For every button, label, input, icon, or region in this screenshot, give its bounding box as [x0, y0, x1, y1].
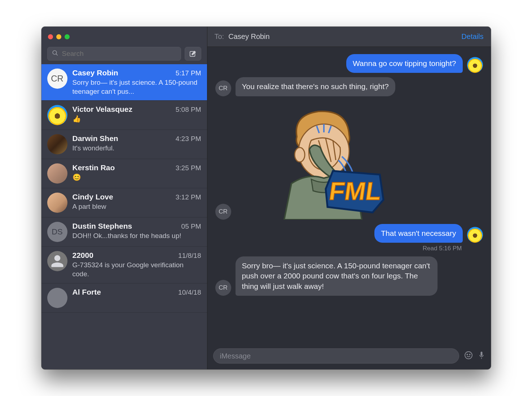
message-bubble[interactable]: That wasn't necessary: [374, 224, 462, 243]
sender-avatar: CR: [215, 204, 231, 220]
sender-avatar: [467, 227, 483, 243]
svg-point-4: [295, 148, 305, 162]
conversation-item[interactable]: Al Forte 10/4/18: [41, 283, 207, 313]
titlebar: [41, 27, 207, 47]
search-row: [41, 47, 207, 64]
conversation-name: Al Forte: [72, 288, 101, 296]
conversation-preview: Sorry bro— it's just science. A 150-poun…: [72, 78, 201, 96]
conversation-time: 11/8/18: [178, 252, 201, 260]
conversation-time: 05 PM: [181, 223, 201, 230]
sender-avatar: CR: [215, 80, 231, 96]
message-input-bar: [207, 345, 491, 369]
conversation-name: 22000: [72, 251, 93, 260]
compose-button[interactable]: [185, 47, 201, 61]
avatar: [47, 288, 67, 308]
fullscreen-window-button[interactable]: [65, 34, 70, 39]
messages-window: CR Casey Robin 5:17 PM Sorry bro— it's j…: [41, 27, 491, 369]
conversation-preview: 👍: [72, 115, 201, 124]
message-bubble[interactable]: Sorry bro— it's just science. A 150-poun…: [236, 256, 438, 296]
microphone-icon[interactable]: [478, 351, 485, 361]
sidebar: CR Casey Robin 5:17 PM Sorry bro— it's j…: [41, 27, 207, 369]
conversation-item[interactable]: DS Dustin Stephens 05 PM DOH!! Ok...than…: [41, 217, 207, 247]
message-row-outgoing: That wasn't necessary: [215, 224, 483, 243]
svg-point-12: [465, 352, 472, 359]
conversation-time: 3:12 PM: [176, 193, 201, 201]
avatar: [47, 251, 67, 271]
minimize-window-button[interactable]: [56, 34, 61, 39]
window-controls: [48, 34, 70, 39]
conversation-name: Dustin Stephens: [72, 222, 132, 230]
sender-avatar: CR: [215, 280, 231, 296]
message-input[interactable]: [213, 348, 459, 364]
conversation-text: Al Forte 10/4/18: [72, 288, 201, 308]
avatar: CR: [47, 69, 67, 89]
conversation-preview: G-735324 is your Google verification cod…: [72, 261, 201, 278]
conversation-item[interactable]: 22000 11/8/18 G-735324 is your Google ve…: [41, 247, 207, 283]
conversation-text: Dustin Stephens 05 PM DOH!! Ok...thanks …: [72, 222, 201, 242]
conversation-time: 3:25 PM: [176, 164, 201, 172]
to-label: To:: [215, 32, 224, 41]
svg-point-14: [469, 354, 470, 355]
conversation-item[interactable]: Victor Velasquez 5:08 PM 👍: [41, 101, 207, 130]
conversation-text: Darwin Shen 4:23 PM It's wonderful.: [72, 134, 201, 154]
avatar: [47, 134, 67, 154]
conversation-item[interactable]: Cindy Love 3:12 PM A part blew: [41, 188, 207, 217]
conversation-time: 4:23 PM: [176, 135, 201, 143]
conversation-item[interactable]: Kerstin Rao 3:25 PM 😊: [41, 159, 207, 188]
conversation-text: Victor Velasquez 5:08 PM 👍: [72, 105, 201, 125]
conversation-name: Casey Robin: [72, 69, 118, 77]
conversation-preview: 😊: [72, 173, 201, 182]
svg-text:FML: FML: [327, 177, 383, 205]
conversation-name: Kerstin Rao: [72, 163, 115, 172]
conversation-list[interactable]: CR Casey Robin 5:17 PM Sorry bro— it's j…: [41, 64, 207, 369]
avatar: [47, 193, 67, 213]
svg-line-1: [56, 54, 57, 55]
message-bubble[interactable]: You realize that there's no such thing, …: [236, 77, 395, 96]
sender-avatar: [467, 57, 483, 73]
conversation-text: Cindy Love 3:12 PM A part blew: [72, 193, 201, 213]
message-bubble[interactable]: Wanna go cow tipping tonight?: [346, 54, 462, 73]
conversation-time: 5:17 PM: [176, 69, 201, 77]
message-row-outgoing: Wanna go cow tipping tonight?: [215, 54, 483, 73]
read-receipt: Read 5:16 PM: [215, 245, 483, 252]
conversation-item[interactable]: Darwin Shen 4:23 PM It's wonderful.: [41, 130, 207, 159]
conversation-preview: A part blew: [72, 202, 201, 211]
svg-point-0: [53, 50, 57, 54]
avatar: [47, 163, 67, 184]
emoji-icon[interactable]: [464, 351, 473, 361]
chat-main: To: Casey Robin Details Wanna go cow tip…: [207, 27, 491, 369]
sticker-fml[interactable]: FML: [257, 101, 387, 220]
message-row-incoming: CR You realize that there's no such thin…: [215, 77, 483, 96]
conversation-time: 10/4/18: [178, 289, 201, 296]
avatar: DS: [47, 222, 67, 242]
conversation-name: Cindy Love: [72, 193, 113, 201]
close-window-button[interactable]: [48, 34, 53, 39]
message-list[interactable]: Wanna go cow tipping tonight? CR You rea…: [207, 47, 491, 345]
svg-point-13: [467, 354, 467, 355]
chat-header: To: Casey Robin Details: [207, 27, 491, 47]
message-row-incoming: CR Sorry bro— it's just science. A 150-p…: [215, 256, 483, 296]
search-input[interactable]: [62, 50, 176, 58]
search-icon: [52, 50, 58, 58]
details-button[interactable]: Details: [461, 32, 483, 41]
message-row-sticker: CR: [215, 101, 483, 220]
conversation-preview: It's wonderful.: [72, 144, 201, 153]
conversation-text: 22000 11/8/18 G-735324 is your Google ve…: [72, 251, 201, 278]
conversation-time: 5:08 PM: [176, 106, 201, 114]
conversation-preview: DOH!! Ok...thanks for the heads up!: [72, 232, 201, 241]
conversation-item[interactable]: CR Casey Robin 5:17 PM Sorry bro— it's j…: [41, 64, 207, 101]
conversation-name: Darwin Shen: [72, 134, 118, 143]
avatar: [47, 105, 67, 125]
conversation-text: Casey Robin 5:17 PM Sorry bro— it's just…: [72, 69, 201, 96]
svg-rect-15: [480, 352, 482, 356]
conversation-text: Kerstin Rao 3:25 PM 😊: [72, 163, 201, 184]
conversation-name: Victor Velasquez: [72, 105, 133, 114]
recipient-name: Casey Robin: [228, 32, 270, 41]
search-box[interactable]: [47, 47, 181, 61]
